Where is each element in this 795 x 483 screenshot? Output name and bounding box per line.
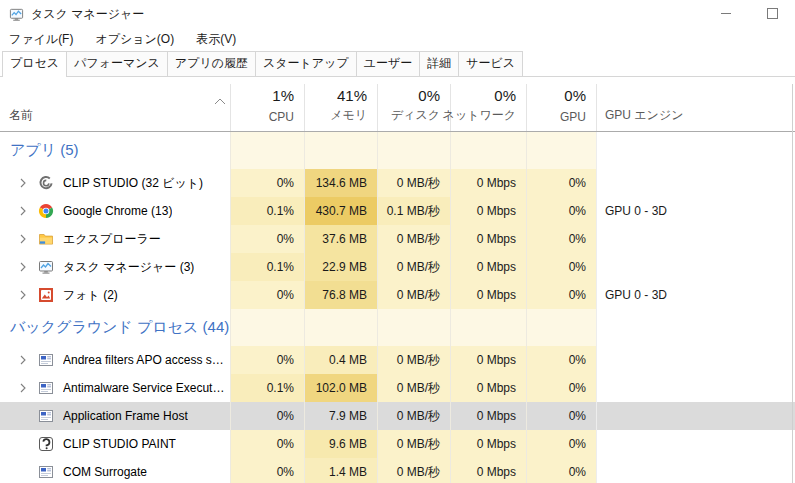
process-row[interactable]: CLIP STUDIO (32 ビット)0%134.6 MB0 MB/秒0 Mb… xyxy=(0,169,795,197)
disk-cell xyxy=(377,132,450,169)
gpu-cell: 0% xyxy=(526,225,596,253)
cpu-cell: 0% xyxy=(230,430,304,458)
tab-app-history[interactable]: アプリの履歴 xyxy=(167,51,256,76)
memory-cell: 134.6 MB xyxy=(304,169,377,197)
expand-chevron-icon[interactable] xyxy=(16,355,29,365)
cpu-cell: 0% xyxy=(230,402,304,430)
gpu-cell: 0% xyxy=(526,458,596,483)
network-total-usage: 0% xyxy=(494,87,516,104)
expand-chevron-icon[interactable] xyxy=(16,262,29,272)
explorer-icon xyxy=(38,231,54,247)
expand-chevron-icon[interactable] xyxy=(16,206,29,216)
network-cell: 0 Mbps xyxy=(450,402,526,430)
minimize-icon xyxy=(721,7,732,22)
group-header-row[interactable]: バックグラウンド プロセス (44) xyxy=(0,309,795,346)
process-row[interactable]: Application Frame Host0%7.9 MB0 MB/秒0 Mb… xyxy=(0,402,795,430)
gpu-engine-cell xyxy=(596,225,795,253)
minimize-button[interactable] xyxy=(703,0,749,28)
disk-cell: 0 MB/秒 xyxy=(377,402,450,430)
cpu-cell: 0.1% xyxy=(230,253,304,281)
gpu-engine-cell xyxy=(596,402,795,430)
menu-view[interactable]: 表示(V) xyxy=(188,29,244,50)
process-name: COM Surrogate xyxy=(63,465,147,479)
gpu-engine-cell xyxy=(596,169,795,197)
tab-users[interactable]: ユーザー xyxy=(356,51,421,76)
maximize-button[interactable] xyxy=(749,0,795,28)
gpu-engine-cell xyxy=(596,309,795,346)
process-name: CLIP STUDIO (32 ビット) xyxy=(63,175,203,192)
menu-options[interactable]: オプション(O) xyxy=(87,29,182,50)
memory-cell: 76.8 MB xyxy=(304,281,377,309)
expand-chevron-icon[interactable] xyxy=(16,383,29,393)
gpu-engine-cell: GPU 0 - 3D xyxy=(596,281,795,309)
tab-services[interactable]: サービス xyxy=(458,51,523,76)
gpu-engine-cell: GPU 0 - 3D xyxy=(596,197,795,225)
mem-cell xyxy=(304,132,377,169)
gpu-engine-cell xyxy=(596,253,795,281)
cpu-cell: 0% xyxy=(230,281,304,309)
window-title: タスク マネージャー xyxy=(31,6,144,23)
table-header: 名前 1% CPU 41% メモリ 0% ディスク 0% ネットワーク 0% G… xyxy=(0,84,795,132)
process-name-cell: フォト (2) xyxy=(0,281,230,309)
disk-cell: 0.1 MB/秒 xyxy=(377,197,450,225)
memory-cell: 22.9 MB xyxy=(304,253,377,281)
memory-cell: 430.7 MB xyxy=(304,197,377,225)
app-window-icon xyxy=(38,408,54,424)
cpu-cell: 0.1% xyxy=(230,374,304,402)
menu-file[interactable]: ファイル(F) xyxy=(9,29,81,50)
task-manager-icon xyxy=(38,259,54,275)
group-header-label: アプリ (5) xyxy=(0,132,230,169)
column-header-gpu[interactable]: 0% GPU xyxy=(526,84,596,131)
gpu-engine-cell xyxy=(596,430,795,458)
process-row[interactable]: Antimalware Service Executable0.1%102.0 … xyxy=(0,374,795,402)
process-name-cell: エクスプローラー xyxy=(0,225,230,253)
tab-startup[interactable]: スタートアップ xyxy=(255,51,357,76)
network-cell: 0 Mbps xyxy=(450,374,526,402)
column-header-memory[interactable]: 41% メモリ xyxy=(304,84,377,131)
expand-chevron-icon[interactable] xyxy=(16,234,29,244)
column-header-network[interactable]: 0% ネットワーク xyxy=(450,84,526,131)
gpu-cell xyxy=(526,309,596,346)
net-cell xyxy=(450,132,526,169)
tab-performance[interactable]: パフォーマンス xyxy=(66,51,168,76)
group-header-row[interactable]: アプリ (5) xyxy=(0,132,795,169)
disk-cell: 0 MB/秒 xyxy=(377,374,450,402)
expand-chevron-icon[interactable] xyxy=(16,290,29,300)
task-manager-app-icon xyxy=(9,7,24,22)
memory-cell: 9.6 MB xyxy=(304,430,377,458)
disk-cell: 0 MB/秒 xyxy=(377,281,450,309)
network-cell: 0 Mbps xyxy=(450,253,526,281)
process-row[interactable]: タスク マネージャー (3)0.1%22.9 MB0 MB/秒0 Mbps0% xyxy=(0,253,795,281)
tabbar: プロセス パフォーマンス アプリの履歴 スタートアップ ユーザー 詳細 サービス xyxy=(0,50,795,77)
gpu-cell: 0% xyxy=(526,430,596,458)
cpu-cell: 0% xyxy=(230,169,304,197)
process-row[interactable]: COM Surrogate0%1.4 MB0 MB/秒0 Mbps0% xyxy=(0,458,795,483)
process-list: アプリ (5)CLIP STUDIO (32 ビット)0%134.6 MB0 M… xyxy=(0,132,795,483)
column-header-gpu-engine[interactable]: GPU エンジン xyxy=(596,84,795,131)
process-row[interactable]: エクスプローラー0%37.6 MB0 MB/秒0 Mbps0% xyxy=(0,225,795,253)
column-header-cpu[interactable]: 1% CPU xyxy=(230,84,304,131)
column-header-disk[interactable]: 0% ディスク xyxy=(377,84,450,131)
tab-details[interactable]: 詳細 xyxy=(419,51,459,76)
network-cell: 0 Mbps xyxy=(450,197,526,225)
memory-cell: 0.4 MB xyxy=(304,346,377,374)
process-row[interactable]: CLIP STUDIO PAINT0%9.6 MB0 MB/秒0 Mbps0% xyxy=(0,430,795,458)
network-cell: 0 Mbps xyxy=(450,225,526,253)
process-row[interactable]: フォト (2)0%76.8 MB0 MB/秒0 Mbps0%GPU 0 - 3D xyxy=(0,281,795,309)
process-row[interactable]: Andrea filters APO access servic...0%0.4… xyxy=(0,346,795,374)
process-name: Andrea filters APO access servic... xyxy=(63,353,230,367)
process-name-cell: Andrea filters APO access servic... xyxy=(0,346,230,374)
process-name-cell: Antimalware Service Executable xyxy=(0,374,230,402)
mem-cell xyxy=(304,309,377,346)
process-name-cell: Google Chrome (13) xyxy=(0,197,230,225)
column-header-name[interactable]: 名前 xyxy=(0,84,230,131)
tab-processes[interactable]: プロセス xyxy=(2,51,67,77)
process-name: タスク マネージャー (3) xyxy=(63,259,194,276)
menubar: ファイル(F) オプション(O) 表示(V) xyxy=(0,28,795,50)
network-cell: 0 Mbps xyxy=(450,458,526,483)
app-window-icon xyxy=(38,464,54,480)
memory-column-label: メモリ xyxy=(330,107,367,124)
process-name-cell: Application Frame Host xyxy=(0,402,230,430)
expand-chevron-icon[interactable] xyxy=(16,178,29,188)
process-row[interactable]: Google Chrome (13)0.1%430.7 MB0.1 MB/秒0 … xyxy=(0,197,795,225)
